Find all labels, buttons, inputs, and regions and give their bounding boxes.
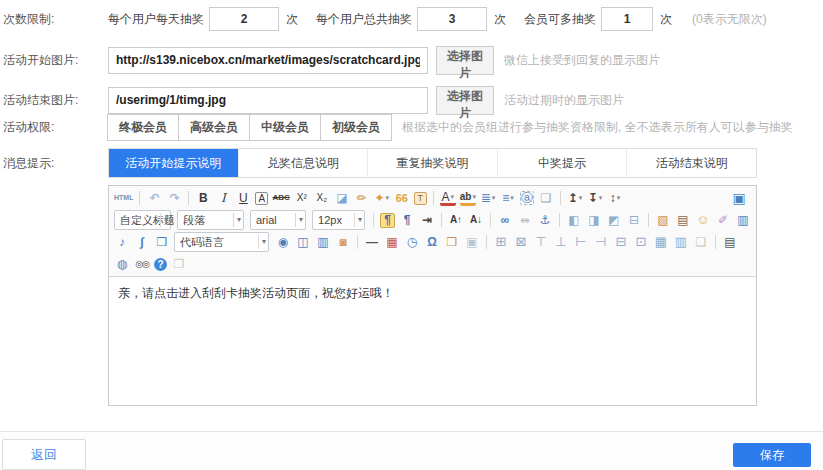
unlink-icon[interactable]: ∞: [517, 212, 533, 228]
toolbar-separator: [648, 213, 649, 227]
back-button[interactable]: 返回: [2, 439, 86, 470]
paragraph-select[interactable]: 段落: [177, 210, 244, 230]
save-button[interactable]: 保存: [733, 443, 811, 467]
limit-field: 每个用户总共抽奖 次: [316, 7, 506, 31]
start-image-url-input[interactable]: [108, 47, 428, 74]
redo-icon[interactable]: ↷: [166, 190, 182, 206]
ordered-list-icon[interactable]: ≣: [480, 190, 496, 206]
highlight-color-icon[interactable]: ab: [460, 190, 476, 206]
blockquote-icon[interactable]: 66: [394, 190, 410, 206]
font-size-down-icon[interactable]: A↓: [468, 212, 484, 228]
limit-count-input[interactable]: [417, 7, 487, 31]
blank-doc-icon[interactable]: ❏: [538, 190, 554, 206]
insert-row-icon[interactable]: ⊢: [573, 234, 589, 250]
html-source-icon[interactable]: HTML: [114, 190, 133, 206]
message-tab[interactable]: 活动结束说明: [626, 149, 756, 177]
table-title-row-icon[interactable]: ⊥: [553, 234, 569, 250]
insert-table-icon[interactable]: ⊞: [493, 234, 509, 250]
font-color-icon[interactable]: A: [440, 190, 456, 206]
message-tab[interactable]: 活动开始提示说明: [109, 149, 238, 177]
unordered-list-icon[interactable]: ≡: [500, 190, 516, 206]
italic-icon[interactable]: I: [215, 190, 231, 206]
message-tab[interactable]: 重复抽奖说明: [367, 149, 497, 177]
map-icon[interactable]: ◉: [275, 234, 291, 250]
split-cells-icon[interactable]: ▥: [673, 234, 689, 250]
format-painter-icon[interactable]: ✏: [354, 190, 370, 206]
ltr-icon[interactable]: ¶: [380, 213, 395, 228]
member-level-button[interactable]: 中级会员: [249, 114, 321, 141]
paste-word-icon[interactable]: T: [414, 192, 427, 205]
anchor-style-icon[interactable]: ⓐ: [520, 191, 534, 205]
insert-col-icon[interactable]: ⊣: [593, 234, 609, 250]
message-tab[interactable]: 中奖提示: [497, 149, 627, 177]
limit-count-input[interactable]: [209, 7, 279, 31]
indent-icon[interactable]: ⇥: [419, 212, 435, 228]
member-level-button[interactable]: 高级会员: [178, 114, 250, 141]
music-icon[interactable]: ♪: [114, 234, 130, 250]
chart-icon[interactable]: ◫: [295, 234, 311, 250]
anchor-icon[interactable]: ⚓: [537, 212, 553, 228]
fullscreen-icon[interactable]: ▣: [731, 190, 747, 206]
superscript-icon[interactable]: X²: [294, 190, 310, 206]
paste-icon[interactable]: ❐: [171, 256, 187, 272]
horizontal-rule-icon[interactable]: —: [364, 234, 380, 250]
date-icon[interactable]: ▦: [384, 234, 400, 250]
image-manager-icon[interactable]: ▤: [675, 212, 691, 228]
start-image-pick-button[interactable]: 选择图片: [436, 46, 494, 75]
strikethrough-icon[interactable]: ABC: [272, 190, 289, 206]
merge-cells-icon[interactable]: ▦: [653, 234, 669, 250]
insert-image-icon[interactable]: ▧: [655, 212, 671, 228]
screenshot-icon[interactable]: ◙: [335, 234, 351, 250]
image-inline-icon[interactable]: ◨: [586, 212, 602, 228]
print-icon[interactable]: ▤: [722, 234, 738, 250]
custom-title-select[interactable]: 自定义标题: [114, 210, 171, 230]
insert-frame-icon[interactable]: ❒: [154, 234, 170, 250]
member-level-button[interactable]: 终极会员: [107, 114, 179, 141]
attachment-icon[interactable]: ∫: [134, 234, 150, 250]
background-icon[interactable]: ▣: [464, 234, 480, 250]
delete-table-icon[interactable]: ⊠: [513, 234, 529, 250]
search-replace-icon[interactable]: ◎◎: [134, 256, 150, 272]
bold-icon[interactable]: B: [195, 190, 211, 206]
video-icon[interactable]: ▥: [735, 212, 751, 228]
end-image-pick-button[interactable]: 选择图片: [436, 86, 494, 115]
columns-icon[interactable]: ▥: [315, 234, 331, 250]
line-spacing-icon[interactable]: ↕: [607, 190, 623, 206]
limit-count-input[interactable]: [601, 7, 653, 31]
image-float-right-icon[interactable]: ◩: [606, 212, 622, 228]
member-level-button[interactable]: 初级会员: [320, 114, 392, 141]
scrawl-icon[interactable]: ✐: [715, 212, 731, 228]
editor-content[interactable]: 亲，请点击进入刮刮卡抽奖活动页面，祝您好运哦！: [109, 277, 756, 412]
font-size-select[interactable]: 12px: [312, 210, 365, 230]
special-char-icon[interactable]: Ω: [424, 234, 440, 250]
preview-icon[interactable]: ◍: [114, 256, 130, 272]
message-tab[interactable]: 兑奖信息说明: [238, 149, 368, 177]
paragraph-spacing-bottom-icon[interactable]: ↧: [587, 190, 603, 206]
time-icon[interactable]: ◷: [404, 234, 420, 250]
toolbar-separator: [490, 213, 491, 227]
delete-col-icon[interactable]: ⊡: [633, 234, 649, 250]
auto-typeset-icon[interactable]: ✦: [374, 190, 390, 206]
font-border-icon[interactable]: A: [255, 192, 268, 205]
subscript-icon[interactable]: X₂: [314, 190, 330, 206]
underline-icon[interactable]: U: [235, 190, 251, 206]
rtl-icon[interactable]: ¶: [399, 212, 415, 228]
image-center-icon[interactable]: ⊟: [626, 212, 642, 228]
undo-icon[interactable]: ↶: [146, 190, 162, 206]
end-image-url-input[interactable]: [108, 87, 428, 114]
help-icon[interactable]: ?: [154, 258, 167, 271]
table-title-icon[interactable]: ⊤: [533, 234, 549, 250]
link-icon[interactable]: ∞: [497, 212, 513, 228]
doc-icon[interactable]: ❏: [693, 234, 709, 250]
template-icon[interactable]: ❒: [444, 234, 460, 250]
eraser-icon[interactable]: ◪: [334, 190, 350, 206]
limit-field-label: 每个用户总共抽奖: [316, 11, 412, 28]
image-float-left-icon[interactable]: ◧: [566, 212, 582, 228]
paragraph-spacing-top-icon[interactable]: ↥: [567, 190, 583, 206]
font-family-select[interactable]: arial: [250, 210, 306, 230]
delete-row-icon[interactable]: ⊟: [613, 234, 629, 250]
font-size-up-icon[interactable]: A↑: [448, 212, 464, 228]
toolbar-separator: [559, 213, 560, 227]
emotion-icon[interactable]: ☺: [695, 212, 711, 228]
code-language-select[interactable]: 代码语言: [174, 232, 269, 252]
